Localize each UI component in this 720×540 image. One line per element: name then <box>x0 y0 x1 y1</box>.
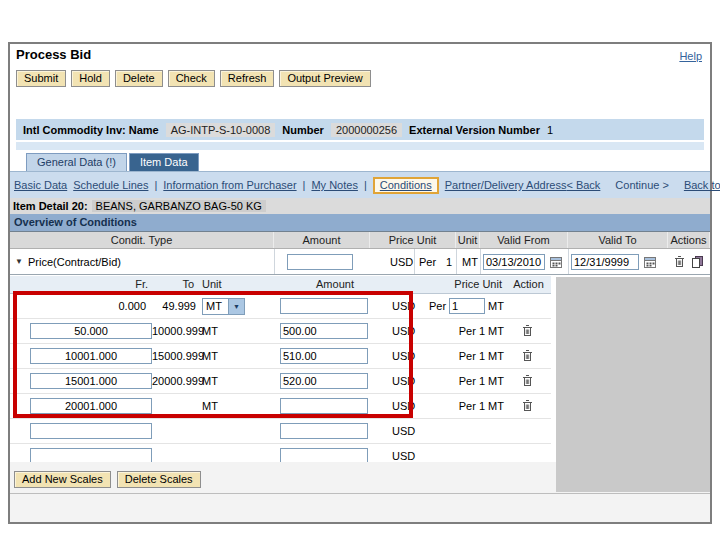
item-detail-row: Item Detail 20:BEANS, GARBANZO BAG-50 KG <box>10 198 710 214</box>
nav-link-conditions[interactable]: Conditions <box>380 179 432 191</box>
scale-from-input[interactable] <box>30 398 152 414</box>
external-version-value: 1 <box>547 124 553 136</box>
toolbar-button-check[interactable]: Check <box>168 70 215 87</box>
delete-scale-row-icon[interactable] <box>522 399 533 412</box>
scale-amount-cell <box>246 423 392 439</box>
scale-unit-cell: MT <box>198 325 246 337</box>
toolbar-button-hold[interactable]: Hold <box>71 70 110 87</box>
scale-unit-value: MT <box>202 325 218 337</box>
scale-to-value: 15000.999 <box>152 350 198 362</box>
scale-from-input[interactable] <box>30 323 152 339</box>
scale-column-header-price-unit: Price Unit <box>424 276 506 293</box>
scale-amount-cell <box>246 323 392 339</box>
valid-from-datepicker-icon[interactable] <box>549 255 564 269</box>
scale-amount-input[interactable] <box>280 348 368 364</box>
scale-amount-input[interactable] <box>280 323 368 339</box>
scale-currency: USD <box>392 375 424 387</box>
scale-row: MTUSDPer 1 MT <box>10 394 551 419</box>
scale-unit-value: MT <box>202 375 218 387</box>
column-header-valid-to: Valid To <box>568 232 668 248</box>
scales-table-body: 0.00049.999MT▼USDPerMT10000.999MTUSDPer … <box>10 294 551 469</box>
per-label: Per <box>419 256 436 268</box>
scale-from-cell <box>10 398 152 414</box>
column-header-actions: Actions <box>668 232 710 248</box>
tab-general-data[interactable]: General Data (!) <box>26 153 127 171</box>
scale-from-cell <box>10 348 152 364</box>
scale-from-cell <box>10 373 152 389</box>
navigation-links: < BackContinue >Back to Item Overview <box>566 179 720 191</box>
valid-to-input[interactable] <box>571 254 639 270</box>
scale-amount-input[interactable] <box>280 398 368 414</box>
scale-unit-value: MT <box>202 298 229 315</box>
item-detail-label: Item Detail 20: <box>13 200 88 212</box>
valid-to-datepicker-icon[interactable] <box>643 255 658 269</box>
condition-row: ▼ Price(Contract/Bid) USD Per 1 MT <box>10 249 710 275</box>
commodity-number-value: 2000000256 <box>331 123 402 137</box>
scale-amount-cell <box>246 398 392 414</box>
nav-link-back[interactable]: < Back <box>566 179 600 191</box>
delete-condition-icon[interactable] <box>674 255 685 268</box>
scale-row: 15000.999MTUSDPer 1 MT <box>10 344 551 369</box>
nav-separator: | <box>303 179 306 191</box>
external-version-label: External Version Number <box>409 124 540 136</box>
info-bar-spacer <box>16 142 704 150</box>
scale-to-value: 20000.999 <box>152 375 198 387</box>
scale-unit-value: MT <box>202 400 218 412</box>
scale-from-input[interactable] <box>30 373 152 389</box>
scale-to-value: 10000.999 <box>152 325 198 337</box>
copy-condition-icon[interactable] <box>691 255 704 268</box>
conditions-table-header: Condit. TypeAmountPrice UnitUnitValid Fr… <box>10 231 710 249</box>
toolbar-button-output-preview[interactable]: Output Preview <box>279 70 370 87</box>
scale-row: 0.00049.999MT▼USDPerMT <box>10 294 551 319</box>
toolbar-button-submit[interactable]: Submit <box>16 70 66 87</box>
nav-link-schedule-lines[interactable]: Schedule Lines <box>73 179 148 191</box>
scale-price-unit-value: Per 1 MT <box>459 400 504 412</box>
scale-amount-input[interactable] <box>280 373 368 389</box>
scale-amount-input[interactable] <box>280 298 368 314</box>
nav-link-information-from-purchaser[interactable]: Information from Purchaser <box>163 179 296 191</box>
nav-link-back-to-item-overview[interactable]: Back to Item Overview <box>684 179 720 191</box>
scale-amount-cell <box>246 298 392 314</box>
scale-currency: USD <box>392 400 424 412</box>
nav-link-partner-delivery-address[interactable]: Partner/Delivery Address <box>445 179 567 191</box>
help-link[interactable]: Help <box>679 50 702 62</box>
scale-price-unit-input[interactable] <box>449 298 485 314</box>
scale-unit-cell: MT <box>198 375 246 387</box>
scale-currency: USD <box>392 425 424 437</box>
scale-action-cell <box>506 349 549 364</box>
delete-scale-row-icon[interactable] <box>522 374 533 387</box>
nav-link-my-notes[interactable]: My Notes <box>311 179 357 191</box>
tab-item-data[interactable]: Item Data <box>129 153 199 171</box>
page-title: Process Bid <box>16 47 91 62</box>
scale-currency: USD <box>392 450 424 462</box>
scale-row: 20000.999MTUSDPer 1 MT <box>10 369 551 394</box>
scale-from-cell <box>10 423 152 439</box>
scale-price-unit-value: Per 1 MT <box>459 375 504 387</box>
scale-amount-cell <box>246 348 392 364</box>
chevron-down-icon[interactable]: ▼ <box>229 298 245 315</box>
scale-from-value: 0.000 <box>118 300 152 312</box>
collapse-row-icon[interactable]: ▼ <box>15 257 23 266</box>
scale-price-unit-cell: PerMT <box>424 298 506 314</box>
footer-button-delete-scales[interactable]: Delete Scales <box>117 471 201 488</box>
nav-link-continue[interactable]: Continue > <box>615 179 669 191</box>
valid-from-input[interactable] <box>483 254 545 270</box>
footer-button-add-new-scales[interactable]: Add New Scales <box>14 471 111 488</box>
condition-amount-input[interactable] <box>287 254 353 270</box>
commodity-name-label: Intl Commodity Inv: Name <box>23 124 159 136</box>
process-bid-window: Process Bid Help SubmitHoldDeleteCheckRe… <box>8 42 712 524</box>
per-unit-label: MT <box>488 300 504 312</box>
commodity-info-bar: Intl Commodity Inv: Name AG-INTP-S-10-00… <box>16 119 704 140</box>
delete-scale-row-icon[interactable] <box>522 349 533 362</box>
scale-from-input[interactable] <box>30 348 152 364</box>
nav-separator: | <box>364 179 367 191</box>
scale-from-input[interactable] <box>30 423 152 439</box>
scale-price-unit-value: Per 1 MT <box>459 325 504 337</box>
delete-scale-row-icon[interactable] <box>522 324 533 337</box>
scale-unit-value: MT <box>202 350 218 362</box>
scale-amount-input[interactable] <box>280 423 368 439</box>
scale-unit-select[interactable]: MT▼ <box>202 298 245 315</box>
toolbar-button-refresh[interactable]: Refresh <box>220 70 275 87</box>
nav-link-basic-data[interactable]: Basic Data <box>14 179 67 191</box>
toolbar-button-delete[interactable]: Delete <box>115 70 163 87</box>
